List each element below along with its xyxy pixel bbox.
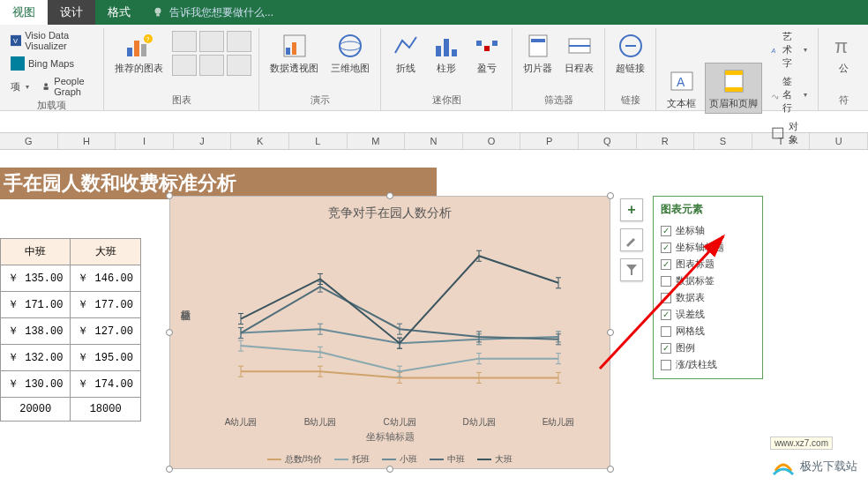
col-header[interactable]: P bbox=[520, 133, 579, 149]
peoplegraph-btn[interactable]: People Graph bbox=[38, 74, 96, 99]
spark-winloss-btn[interactable]: 盈亏 bbox=[469, 28, 505, 78]
resize-handle[interactable] bbox=[166, 192, 173, 199]
equation-btn[interactable]: π公 bbox=[826, 28, 861, 78]
chart-title[interactable]: 竞争对手在园人数分析 bbox=[170, 197, 610, 221]
resize-handle[interactable] bbox=[607, 466, 614, 473]
spark-line-btn[interactable]: 折线 bbox=[388, 28, 423, 78]
visio-btn[interactable]: VVisio Data Visualizer bbox=[7, 28, 96, 53]
table-row[interactable]: 2000018000 bbox=[1, 398, 141, 422]
chart-element-option[interactable]: ✓误差线 bbox=[661, 306, 755, 323]
table-cell[interactable]: ￥ 127.00 bbox=[71, 318, 140, 345]
chart-elements-btn[interactable]: + bbox=[620, 198, 643, 221]
xaxis-title[interactable]: 坐标轴标题 bbox=[170, 430, 610, 444]
checkbox[interactable] bbox=[661, 293, 671, 303]
chart-element-option[interactable]: 数据标签 bbox=[661, 272, 755, 289]
chart-element-option[interactable]: ✓坐标轴标题 bbox=[661, 239, 755, 256]
checkbox[interactable] bbox=[661, 360, 671, 370]
table-row[interactable]: ￥ 171.00￥ 177.00 bbox=[1, 292, 141, 318]
chart-type-area[interactable] bbox=[172, 55, 197, 76]
table-cell[interactable]: ￥ 177.00 bbox=[71, 292, 140, 318]
col-header[interactable]: Q bbox=[579, 133, 637, 149]
table-cell[interactable]: 20000 bbox=[1, 398, 71, 422]
checkbox[interactable]: ✓ bbox=[661, 343, 671, 354]
tab-view[interactable]: 视图 bbox=[0, 0, 48, 25]
recommend-chart-btn[interactable]: ? 推荐的图表 bbox=[111, 28, 167, 78]
table-header[interactable]: 大班 bbox=[71, 239, 140, 265]
col-header[interactable]: R bbox=[637, 133, 695, 149]
col-header[interactable]: G bbox=[0, 133, 58, 149]
table-cell[interactable]: ￥ 135.00 bbox=[1, 265, 71, 292]
table-row[interactable]: ￥ 132.00￥ 195.00 bbox=[1, 345, 141, 371]
pivot-chart-btn[interactable]: 数据透视图 bbox=[266, 28, 322, 78]
signature-btn[interactable]: 签名行▾ bbox=[767, 73, 811, 116]
chart-object[interactable]: 竞争对手在园人数分析 坐标轴标题 A幼儿园B幼儿园C幼儿园D幼儿园E幼儿园 坐标… bbox=[169, 196, 610, 469]
col-header[interactable]: U bbox=[810, 133, 868, 149]
checkbox[interactable]: ✓ bbox=[661, 310, 671, 320]
hyperlink-btn[interactable]: 超链接 bbox=[612, 28, 648, 78]
chart-element-option[interactable]: 涨/跌柱线 bbox=[661, 356, 755, 373]
wordart-btn[interactable]: A艺术字▾ bbox=[767, 28, 811, 71]
table-cell[interactable]: 18000 bbox=[71, 398, 140, 422]
resize-handle[interactable] bbox=[166, 466, 173, 473]
table-cell[interactable]: ￥ 171.00 bbox=[1, 292, 71, 318]
table-cell[interactable]: ￥ 130.00 bbox=[1, 371, 71, 398]
legend-item[interactable]: 大班 bbox=[477, 453, 513, 466]
checkbox[interactable] bbox=[661, 276, 671, 287]
table-row[interactable]: ￥ 138.00￥ 127.00 bbox=[1, 318, 141, 345]
col-header[interactable]: N bbox=[405, 133, 463, 149]
checkbox[interactable]: ✓ bbox=[661, 259, 671, 270]
tab-format[interactable]: 格式 bbox=[95, 0, 143, 25]
checkbox[interactable] bbox=[661, 326, 671, 337]
chart-type-line[interactable] bbox=[199, 31, 224, 52]
option-btn[interactable]: 项▾ bbox=[7, 78, 33, 95]
legend-item[interactable]: 小班 bbox=[382, 453, 417, 466]
slicer-btn[interactable]: 切片器 bbox=[520, 28, 556, 78]
chart-element-option[interactable]: ✓图表标题 bbox=[661, 256, 755, 272]
spark-col-btn[interactable]: 柱形 bbox=[429, 28, 464, 78]
table-header[interactable]: 中班 bbox=[1, 239, 71, 265]
chart-type-stock[interactable] bbox=[227, 55, 251, 76]
chart-styles-btn[interactable] bbox=[620, 228, 643, 251]
legend-item[interactable]: 托班 bbox=[334, 453, 370, 466]
bingmaps-btn[interactable]: Bing Maps bbox=[7, 55, 96, 72]
tab-design[interactable]: 设计 bbox=[48, 0, 95, 25]
resize-handle[interactable] bbox=[607, 329, 614, 336]
chart-filter-btn[interactable] bbox=[620, 258, 643, 281]
chart-legend[interactable]: 总数/均价托班小班中班大班 bbox=[170, 453, 610, 466]
table-cell[interactable]: ￥ 195.00 bbox=[71, 345, 140, 371]
col-header[interactable]: L bbox=[289, 133, 348, 149]
chart-element-option[interactable]: ✓图例 bbox=[661, 340, 755, 356]
chart-plot[interactable] bbox=[214, 232, 585, 408]
table-row[interactable]: ￥ 135.00￥ 146.00 bbox=[1, 265, 141, 292]
worksheet[interactable]: 手在园人数和收费标准分析 中班大班 ￥ 135.00￥ 146.00￥ 171.… bbox=[0, 150, 868, 485]
map3d-btn[interactable]: 三维地图 bbox=[327, 28, 373, 78]
chart-element-option[interactable]: ✓坐标轴 bbox=[661, 222, 755, 239]
timeline-btn[interactable]: 日程表 bbox=[561, 28, 597, 78]
resize-handle[interactable] bbox=[166, 329, 173, 336]
checkbox[interactable]: ✓ bbox=[661, 242, 671, 253]
chart-type-pie[interactable] bbox=[227, 31, 251, 52]
chart-element-option[interactable]: 网格线 bbox=[661, 323, 755, 340]
table-row[interactable]: ￥ 130.00￥ 174.00 bbox=[1, 371, 141, 398]
col-header[interactable]: T bbox=[752, 133, 811, 149]
resize-handle[interactable] bbox=[607, 192, 614, 199]
legend-item[interactable]: 中班 bbox=[430, 453, 465, 466]
header-footer-btn[interactable]: 页眉和页脚 bbox=[705, 63, 762, 114]
legend-item[interactable]: 总数/均价 bbox=[267, 453, 323, 466]
textbox-btn[interactable]: A文本框 bbox=[663, 63, 700, 113]
col-header[interactable]: M bbox=[348, 133, 406, 149]
checkbox[interactable]: ✓ bbox=[661, 226, 671, 236]
table-cell[interactable]: ￥ 146.00 bbox=[71, 265, 140, 292]
col-header[interactable]: H bbox=[58, 133, 116, 149]
col-header[interactable]: O bbox=[463, 133, 521, 149]
resize-handle[interactable] bbox=[386, 192, 393, 199]
col-header[interactable]: J bbox=[174, 133, 232, 149]
resize-handle[interactable] bbox=[386, 466, 393, 473]
chart-element-option[interactable]: 数据表 bbox=[661, 289, 755, 306]
col-header[interactable]: S bbox=[694, 133, 752, 149]
chart-type-bar[interactable] bbox=[172, 31, 197, 52]
table-cell[interactable]: ￥ 174.00 bbox=[71, 371, 140, 398]
col-header[interactable]: K bbox=[231, 133, 289, 149]
tell-me[interactable]: 告诉我您想要做什么... bbox=[143, 0, 868, 25]
table-cell[interactable]: ￥ 132.00 bbox=[1, 345, 71, 371]
